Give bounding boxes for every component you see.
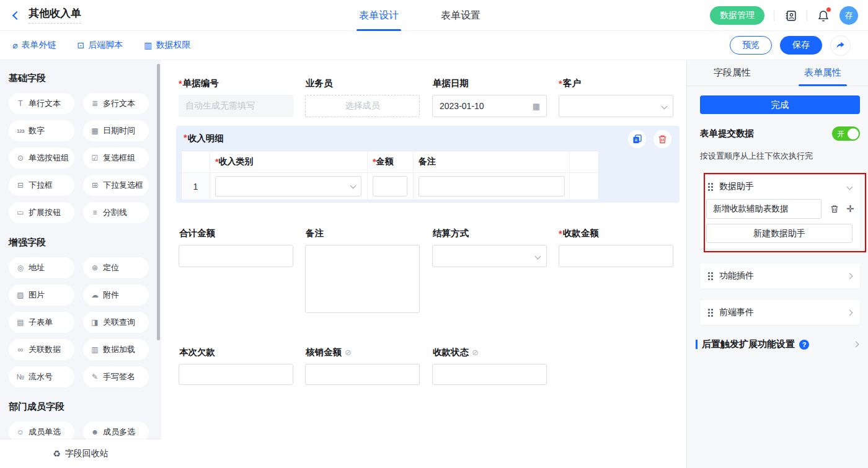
chevron-down-icon: [662, 103, 668, 109]
related-data-icon: ∞: [16, 345, 25, 354]
backend-script-button[interactable]: ⊡ 后端脚本: [77, 40, 123, 51]
field-salesperson[interactable]: 业务员 选择成员: [305, 77, 420, 117]
field-item-extend-button[interactable]: ▭扩展按钮: [9, 202, 74, 223]
data-manage-button[interactable]: 数据管理: [710, 6, 764, 25]
current-debt-input[interactable]: [179, 364, 293, 385]
field-bill-number[interactable]: *单据编号 自动生成无需填写: [179, 77, 293, 117]
field-settlement-method[interactable]: 结算方式: [432, 227, 547, 267]
field-item-dropdown-multi[interactable]: ⊞下拉复选框: [83, 175, 149, 196]
share-icon: [836, 42, 845, 50]
tab-field-properties[interactable]: 字段属性: [687, 60, 777, 86]
chevron-down-icon[interactable]: [847, 183, 853, 190]
done-button[interactable]: 完成: [700, 95, 860, 114]
writeoff-amount-input[interactable]: [305, 364, 420, 385]
single-text-icon: T: [16, 99, 25, 108]
share-button[interactable]: [830, 35, 851, 56]
field-customer[interactable]: *客户: [559, 77, 673, 117]
field-item-datetime[interactable]: ▦日期时间: [83, 120, 149, 141]
notification-bell-icon[interactable]: [817, 9, 830, 22]
new-assistant-button[interactable]: 新建数据助手: [706, 224, 852, 243]
salesperson-picker[interactable]: 选择成员: [305, 95, 420, 117]
remark-textarea[interactable]: [305, 245, 420, 313]
panel-tabs: 字段属性 表单属性: [687, 60, 868, 86]
post-trigger-settings[interactable]: 后置触发扩展功能设置 ?: [696, 338, 858, 350]
bill-number-input[interactable]: 自动生成无需填写: [179, 95, 293, 117]
field-item-signature[interactable]: ✎手写签名: [83, 366, 149, 387]
back-icon[interactable]: [12, 11, 21, 19]
received-amount-input[interactable]: [559, 245, 673, 267]
field-receipt-status[interactable]: 收款状态⊘: [432, 347, 547, 385]
move-icon[interactable]: ✛: [846, 203, 854, 214]
amount-input[interactable]: [373, 176, 407, 196]
field-item-divider[interactable]: ≡分割线: [83, 202, 149, 223]
sidebar-scrollbar[interactable]: [157, 64, 160, 340]
field-recycle-bin[interactable]: ♻ 字段回收站: [0, 439, 161, 468]
field-received-amount[interactable]: *收款金额: [559, 227, 673, 267]
field-writeoff-amount[interactable]: 核销金额⊘: [305, 347, 420, 385]
field-item-number[interactable]: 123数字: [9, 120, 74, 141]
field-item-image[interactable]: ▨图片: [9, 285, 74, 306]
address-icon: ◎: [16, 263, 25, 272]
contacts-icon[interactable]: [784, 9, 797, 22]
chevron-right-icon: [847, 273, 853, 279]
preview-button[interactable]: 预览: [730, 36, 772, 55]
customer-select[interactable]: [559, 95, 673, 117]
field-item-subform[interactable]: ▤子表单: [9, 312, 74, 333]
tab-form-settings[interactable]: 表单设置: [438, 0, 483, 31]
field-item-related-data[interactable]: ∞关联数据: [9, 339, 74, 360]
save-button[interactable]: 保存: [780, 36, 822, 55]
data-permission-button[interactable]: ▥ 数据权限: [144, 40, 190, 51]
image-icon: ▨: [16, 291, 25, 299]
data-assistant-header[interactable]: 数据助手: [700, 175, 860, 198]
income-detail-subform[interactable]: *收入明细 *收入类别 *金额 备注 1: [176, 126, 680, 203]
extend-button-icon: ▭: [16, 208, 25, 217]
copy-subform-button[interactable]: [628, 130, 646, 148]
tab-form-design[interactable]: 表单设计: [356, 0, 401, 31]
field-remark[interactable]: 备注: [305, 227, 420, 313]
field-current-debt[interactable]: 本次欠款: [179, 347, 293, 385]
bill-date-input[interactable]: 2023-01-10▦: [432, 95, 547, 117]
field-item-related-query[interactable]: ◨关联查询: [83, 312, 149, 333]
multi-text-icon: ≣: [91, 99, 99, 108]
chevron-down-icon: [350, 183, 356, 189]
divider: [807, 10, 807, 21]
field-item-attachment[interactable]: ☁附件: [83, 285, 149, 306]
help-icon[interactable]: ?: [799, 340, 809, 350]
checkbox-group-icon: ☑: [91, 154, 99, 162]
data-load-icon: ▥: [91, 345, 99, 354]
submit-data-toggle[interactable]: 开: [832, 126, 860, 141]
form-title[interactable]: 其他收入单: [29, 7, 81, 24]
form-submit-data-row: 表单提交数据 开: [700, 126, 860, 141]
drag-handle-icon[interactable]: [708, 309, 714, 317]
field-total-amount[interactable]: 合计金额: [179, 227, 293, 267]
field-item-address[interactable]: ◎地址: [9, 257, 74, 278]
delete-assistant-button[interactable]: [830, 205, 839, 213]
income-category-select[interactable]: [215, 176, 361, 196]
drag-handle-icon[interactable]: [708, 183, 714, 191]
field-item-checkbox-group[interactable]: ☑复选框组: [83, 148, 149, 169]
note-input[interactable]: [418, 176, 565, 196]
frontend-event-section[interactable]: 前端事件: [700, 300, 860, 325]
field-item-multi-text[interactable]: ≣多行文本: [83, 93, 149, 114]
drag-handle-icon[interactable]: [708, 272, 714, 280]
field-item-serial-number[interactable]: №流水号: [9, 366, 74, 387]
receipt-status-input[interactable]: [432, 364, 547, 385]
field-item-locate[interactable]: ⊕定位: [83, 257, 149, 278]
plugin-section[interactable]: 功能插件: [700, 263, 860, 288]
external-link-button[interactable]: ⌀ 表单外链: [12, 40, 56, 51]
field-item-radio-group[interactable]: ⊙单选按钮组: [9, 148, 74, 169]
field-item-data-load[interactable]: ▥数据加载: [83, 339, 149, 360]
chevron-right-icon: [853, 342, 859, 348]
field-item-single-text[interactable]: T单行文本: [9, 93, 74, 114]
assistant-name-input[interactable]: 新增收款辅助表数据: [706, 199, 822, 219]
delete-subform-button[interactable]: [653, 130, 671, 148]
total-amount-input[interactable]: [179, 245, 293, 267]
avatar[interactable]: 存: [839, 6, 858, 25]
subform-table: *收入类别 *金额 备注 1: [181, 151, 599, 200]
tab-form-properties[interactable]: 表单属性: [777, 60, 868, 86]
settlement-method-select[interactable]: [432, 245, 547, 267]
divider: [774, 10, 774, 21]
field-item-dropdown[interactable]: ⊟下拉框: [9, 175, 74, 196]
trash-icon: [658, 135, 667, 144]
field-bill-date[interactable]: 单据日期 2023-01-10▦: [432, 77, 547, 117]
